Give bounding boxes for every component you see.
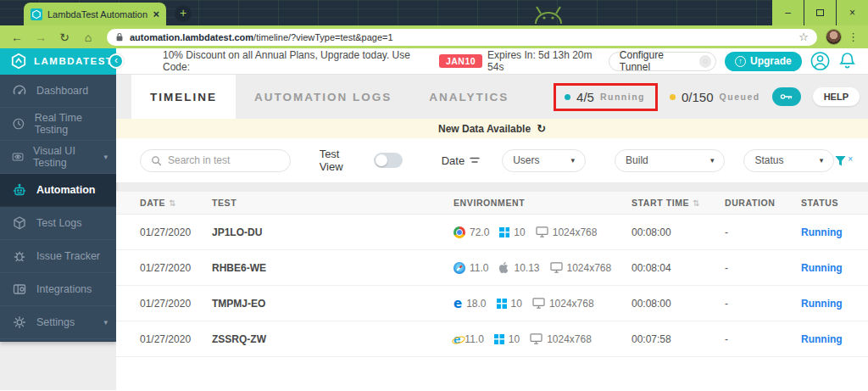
sidebar-item-issue-tracker[interactable]: Issue Tracker — [0, 240, 116, 273]
col-status: STATUS — [801, 198, 868, 208]
monitor-icon — [530, 333, 542, 344]
build-dropdown[interactable]: Build ▾ — [615, 149, 725, 172]
col-environment: ENVIRONMENT — [453, 198, 632, 208]
date-label: Date — [442, 154, 465, 167]
brand-name: LAMBDATEST — [34, 56, 113, 66]
minimize-button[interactable]: – — [771, 0, 804, 25]
sidebar-collapse-button[interactable]: ‹ — [108, 53, 124, 69]
tab-close-icon[interactable]: × — [153, 8, 159, 20]
sidebar-item-dashboard[interactable]: Dashboard — [0, 75, 116, 108]
running-counter: 4/5 Running — [565, 90, 645, 104]
cell-test: RHBE6-WE — [212, 262, 453, 274]
date-filter[interactable]: Date — [442, 154, 480, 167]
refresh-icon[interactable]: ↻ — [537, 122, 546, 135]
sidebar-item-integrations[interactable]: Integrations — [0, 273, 116, 306]
url-bar[interactable]: automation.lambdatest.com/timeline/?view… — [107, 29, 817, 46]
sidebar-item-visual-ui-testing[interactable]: Visual UI Testing ▾ — [0, 141, 116, 174]
sidebar-item-settings[interactable]: Settings ▾ — [0, 306, 116, 339]
internet-explorer-icon: e — [453, 333, 460, 345]
status-running-link[interactable]: Running — [801, 226, 868, 238]
notifications-bell-icon[interactable] — [838, 51, 856, 71]
test-view-toggle[interactable] — [374, 153, 402, 168]
upgrade-button[interactable]: ↑ Upgrade — [725, 52, 802, 71]
table-row[interactable]: 01/27/2020 JP1LO-DU 72.0 10 1024x768 00:… — [116, 215, 868, 250]
url-host: automation.lambdatest.com — [130, 32, 253, 42]
brand-block[interactable]: LAMBDATEST ‹ — [0, 48, 116, 75]
user-avatar-icon[interactable] — [810, 51, 830, 71]
close-window-button[interactable]: × — [836, 0, 868, 25]
test-view-label: Test View — [320, 148, 366, 173]
content-bottom-spacer — [116, 357, 868, 390]
browser-menu-icon[interactable]: ⋮ — [845, 31, 861, 43]
annotation-running-highlight: 4/5 Running — [554, 83, 658, 111]
cell-environment: e 11.0 10 1024x768 — [453, 333, 632, 345]
status-dropdown[interactable]: Status ▾ — [743, 149, 834, 172]
browser-tab[interactable]: LambdaTest Automation × — [24, 3, 166, 25]
help-button[interactable]: HELP — [813, 87, 860, 106]
cell-start-time: 00:07:58 — [632, 333, 725, 345]
table-row[interactable]: 01/27/2020 RHBE6-WE 11.0 10.13 1024x768 … — [116, 250, 868, 286]
cell-duration: - — [725, 226, 801, 238]
status-running-link[interactable]: Running — [801, 298, 868, 310]
col-date[interactable]: DATE⇅ — [140, 198, 212, 208]
robot-icon — [12, 182, 27, 198]
status-running-link[interactable]: Running — [801, 333, 868, 345]
chevron-down-icon: ▾ — [103, 153, 108, 161]
lambdatest-logo-icon — [10, 53, 27, 70]
tab-automation-logs[interactable]: AUTOMATION LOGS — [236, 75, 410, 119]
table-header: DATE⇅ TEST ENVIRONMENT START TIME⇅ DURAT… — [116, 191, 868, 215]
filter-lines-icon — [470, 157, 480, 164]
notice-text: New Data Available — [438, 123, 531, 135]
search-box[interactable] — [140, 149, 291, 172]
bookmark-star-icon[interactable]: ☆ — [798, 31, 809, 43]
url-text: automation.lambdatest.com/timeline/?view… — [130, 32, 793, 42]
cell-start-time: 00:08:04 — [632, 262, 725, 274]
promo-code-badge: JAN10 — [439, 54, 482, 68]
browser-tab-strip: LambdaTest Automation × + – × — [0, 0, 868, 25]
users-dropdown[interactable]: Users ▾ — [502, 149, 586, 172]
app-body: Dashboard Real Time Testing Visual UI Te… — [0, 75, 868, 390]
table-row[interactable]: 01/27/2020 ZSSRQ-ZW e 11.0 10 1024x768 0… — [116, 321, 868, 357]
access-key-button[interactable] — [772, 87, 801, 106]
tab-timeline[interactable]: TIMELINE — [131, 75, 236, 119]
chrome-icon — [453, 226, 465, 238]
edge-icon: e — [453, 298, 462, 310]
table-row[interactable]: 01/27/2020 TMPMJ-EO e 18.0 10 1024x768 0… — [116, 286, 868, 321]
sort-icon[interactable]: ⇅ — [169, 198, 176, 208]
col-start-time[interactable]: START TIME⇅ — [632, 198, 725, 208]
sidebar-item-real-time-testing[interactable]: Real Time Testing — [0, 108, 116, 141]
filter-row: Test View Date Users ▾ Build ▾ St — [116, 138, 868, 182]
queued-label: Queued — [720, 92, 760, 102]
search-input[interactable] — [168, 154, 270, 166]
clear-filters-button[interactable]: × — [834, 154, 853, 167]
monitor-icon — [536, 226, 548, 237]
reload-button[interactable]: ↻ — [54, 31, 75, 44]
tab-analytics[interactable]: ANALYTICS — [410, 75, 527, 119]
status-running-link[interactable]: Running — [801, 262, 868, 274]
back-button[interactable]: ← — [7, 31, 27, 44]
safari-icon — [453, 262, 465, 274]
upgrade-arrow-icon: ↑ — [735, 56, 746, 67]
browser-profile-avatar[interactable] — [826, 29, 842, 45]
build-dropdown-value: Build — [626, 154, 648, 166]
new-tab-button[interactable]: + — [175, 5, 192, 22]
chevron-down-icon: ▾ — [820, 156, 824, 165]
cell-test: JP1LO-DU — [212, 226, 453, 238]
app-header: LAMBDATEST ‹ 10% Discount on all Annual … — [0, 48, 868, 75]
upgrade-label: Upgrade — [750, 55, 792, 67]
sidebar-item-test-logs[interactable]: Test Logs — [0, 207, 116, 240]
key-icon — [780, 92, 793, 101]
main-content: TIMELINE AUTOMATION LOGS ANALYTICS 4/5 R… — [116, 75, 868, 390]
cell-environment: 11.0 10.13 1024x768 — [453, 261, 632, 274]
col-test: TEST — [212, 198, 453, 208]
configure-tunnel-button[interactable]: Configure Tunnel ◌ — [609, 52, 716, 71]
resolution: 1024x768 — [547, 333, 592, 345]
maximize-button[interactable] — [804, 0, 836, 25]
forward-button[interactable]: → — [31, 31, 51, 44]
sort-icon[interactable]: ⇅ — [693, 198, 700, 208]
home-button[interactable]: ⌂ — [78, 31, 98, 44]
android-doodle-icon — [522, 3, 575, 25]
sidebar-item-automation[interactable]: Automation — [0, 174, 116, 207]
new-data-notice: New Data Available ↻ — [116, 119, 868, 138]
windows-icon — [497, 299, 507, 309]
